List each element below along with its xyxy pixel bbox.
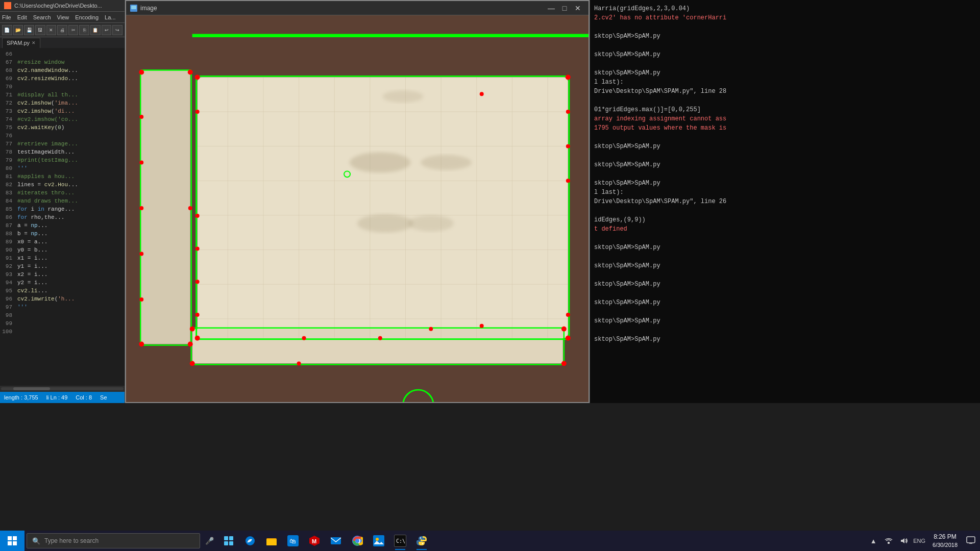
- taskbar-app-store[interactable]: 🛍: [283, 531, 303, 551]
- taskbar-app-mail[interactable]: [326, 531, 346, 551]
- toolbar-print[interactable]: 🖨: [57, 25, 67, 35]
- edge-icon: [244, 535, 256, 547]
- svg-point-61: [561, 327, 567, 332]
- line-numbers: 66 67 68 69 70 71 72 73 74 75 76 77 78 7…: [0, 48, 15, 386]
- svg-rect-69: [8, 536, 12, 540]
- terminal-line-24: idEdges,(9,9)): [594, 215, 976, 224]
- scrollbar-thumb[interactable]: [13, 387, 50, 390]
- screen: C:\Users\ocheg\OneDrive\Deskto... File E…: [0, 0, 980, 551]
- close-button[interactable]: ✕: [571, 3, 584, 13]
- taskbar-search-box[interactable]: 🔍 Type here to search: [27, 533, 200, 548]
- minimize-button[interactable]: —: [545, 3, 558, 13]
- taskbar-app-mcafee[interactable]: M: [304, 531, 325, 551]
- taskbar-app-chrome[interactable]: [347, 531, 368, 551]
- editor-tab-spam[interactable]: SPAM.py ✕: [2, 38, 40, 48]
- toolbar-open[interactable]: 📂: [13, 25, 23, 35]
- taskbar-app-cmd[interactable]: C:\: [390, 531, 410, 551]
- svg-point-28: [383, 90, 424, 103]
- image-body: [126, 15, 589, 402]
- clock-date: 6/30/2018: [933, 541, 958, 548]
- search-placeholder: Type here to search: [44, 537, 99, 544]
- terminal-line-15: [594, 133, 976, 142]
- photos-icon: [373, 535, 385, 547]
- editor-content[interactable]: 66 67 68 69 70 71 72 73 74 75 76 77 78 7…: [0, 48, 125, 386]
- svg-rect-2: [131, 10, 136, 11]
- svg-rect-5: [198, 77, 568, 338]
- toolbar-undo[interactable]: ↩: [102, 25, 112, 35]
- code-line-77: #retrieve image...: [17, 140, 122, 148]
- svg-point-60: [190, 327, 195, 332]
- terminal-line-37: sktop\SpAM>SpAM.py: [594, 335, 976, 344]
- network-icon[interactable]: [881, 531, 896, 551]
- svg-point-26: [357, 214, 413, 233]
- scrollbar-track: [1, 387, 124, 390]
- menu-search[interactable]: Search: [33, 14, 51, 20]
- svg-rect-1: [131, 6, 136, 9]
- menu-la[interactable]: La...: [105, 14, 115, 20]
- show-hidden-icons-button[interactable]: ▲: [866, 531, 880, 551]
- code-line-89: x0 = a...: [17, 238, 122, 246]
- maximize-button[interactable]: □: [558, 3, 571, 13]
- menu-view[interactable]: View: [57, 14, 69, 20]
- code-line-88: b = np...: [17, 230, 122, 238]
- search-icon: 🔍: [32, 537, 40, 545]
- taskbar-app-task-view[interactable]: [218, 531, 239, 551]
- svg-point-56: [195, 336, 200, 341]
- toolbar-redo[interactable]: ↪: [112, 25, 122, 35]
- menu-edit[interactable]: Edit: [17, 14, 27, 20]
- terminal-line-16: sktop\SpAM>SpAM.py: [594, 142, 976, 151]
- code-line-76: [17, 132, 122, 140]
- svg-point-68: [403, 390, 434, 402]
- keyboard-icon[interactable]: ENG: [912, 531, 926, 551]
- svg-rect-71: [8, 541, 12, 545]
- volume-icon[interactable]: [897, 531, 911, 551]
- code-line-85: for i in range...: [17, 205, 122, 213]
- taskbar-app-edge[interactable]: [240, 531, 260, 551]
- toolbar-close[interactable]: ✕: [46, 25, 57, 35]
- svg-point-62: [190, 361, 195, 366]
- svg-point-46: [480, 92, 484, 96]
- code-line-83: #iterates thro...: [17, 189, 122, 197]
- code-area[interactable]: #resize window cv2.namedWindow... cv2.re…: [15, 48, 125, 386]
- editor-scrollbar-horizontal[interactable]: [0, 386, 125, 392]
- svg-point-91: [420, 537, 421, 538]
- taskbar-app-file-explorer[interactable]: [261, 531, 282, 551]
- toolbar-new[interactable]: 📄: [2, 25, 12, 35]
- taskbar-app-python[interactable]: [411, 531, 432, 551]
- svg-point-33: [188, 69, 193, 74]
- terminal-line-26: [594, 234, 976, 243]
- terminal-line-4: sktop\SpAM>SpAM.py: [594, 32, 976, 41]
- taskbar-apps: 🛍 M: [218, 531, 432, 551]
- mic-button[interactable]: 🎤: [202, 534, 216, 548]
- terminal-line-14: 1795 output values where the mask is: [594, 123, 976, 133]
- taskbar-app-photos[interactable]: [369, 531, 389, 551]
- terminal-line-18: sktop\SpAM>SpAM.py: [594, 160, 976, 169]
- clock[interactable]: 8:26 PM 6/30/2018: [928, 533, 962, 548]
- menu-file[interactable]: File: [2, 14, 11, 20]
- terminal-line-30: [594, 270, 976, 280]
- svg-point-59: [302, 336, 306, 340]
- start-button[interactable]: [0, 531, 24, 551]
- menu-encoding[interactable]: Encoding: [75, 14, 99, 20]
- svg-point-63: [561, 361, 567, 366]
- toolbar-copy[interactable]: ⎘: [79, 25, 89, 35]
- taskbar: 🔍 Type here to search 🎤: [0, 531, 980, 551]
- svg-point-53: [195, 313, 200, 317]
- image-canvas-svg: [126, 15, 589, 402]
- notifications-button[interactable]: [964, 531, 978, 551]
- svg-rect-73: [224, 536, 228, 540]
- svg-rect-3: [126, 15, 588, 402]
- editor-toolbar: 📄 📂 💾 🖫 ✕ 🖨 ✂ ⎘ 📋 ↩ ↪: [0, 22, 125, 37]
- toolbar-save[interactable]: 💾: [24, 25, 34, 35]
- svg-rect-75: [224, 541, 228, 545]
- toolbar-paste[interactable]: 📋: [90, 25, 101, 35]
- toolbar-save-all[interactable]: 🖫: [35, 25, 45, 35]
- svg-point-42: [195, 74, 200, 80]
- terminal-line-21: l last):: [594, 188, 976, 197]
- code-line-93: x2 = i...: [17, 270, 122, 279]
- code-line-78: testImageWidth...: [17, 148, 122, 156]
- svg-rect-74: [229, 536, 233, 540]
- code-line-99: [17, 319, 122, 328]
- toolbar-cut[interactable]: ✂: [68, 25, 79, 35]
- tab-close-icon[interactable]: ✕: [32, 40, 36, 45]
